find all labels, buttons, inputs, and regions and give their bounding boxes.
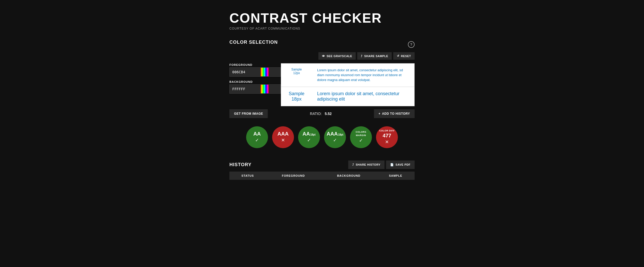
badge-color-diff-top: COLOR DIFF [379,130,395,132]
background-input[interactable] [230,85,261,93]
badge-aaa-label: AAA [278,131,289,136]
badge-color-diff-x: ✕ [385,139,389,145]
history-header: HISTORY ⤴ SHARE HISTORY 📄 SAVE PDF [229,161,415,169]
badge-colors-margin-top: COLORS [356,131,366,133]
history-table-header-row: STATUS FOREGROUND BACKGROUND SAMPLE [229,172,415,180]
ratio-value: 5.52 [325,112,332,116]
share-sample-label: SHARE SAMPLE [364,55,388,58]
badge-aaa18-check: ✓ [333,137,337,143]
sample-small-cell-label: Sample 12px [281,64,312,87]
sample-small-body-cell: Lorem ipsum dolor sit amet, consectetur … [312,64,414,87]
col-sample: SAMPLE [377,172,415,180]
grayscale-label: SEE GRAYSCALE [327,55,352,58]
eye-icon: 👁 [322,55,325,58]
color-selection-title: COLOR SELECTION [229,40,278,45]
foreground-swatch[interactable] [261,68,269,76]
foreground-input[interactable] [230,68,261,76]
badge-colors-margin-bottom: MARGIN [356,134,366,137]
badges-row: AA ✓ AAA ✕ AA 18pt ✓ AAA 18pt ✓ COLORS [229,126,415,148]
badge-aa18-check: ✓ [307,137,311,143]
save-pdf-icon: 📄 [390,163,394,166]
badge-aaa18: AAA 18pt ✓ [324,126,346,148]
color-inputs-panel: FOREGROUND BACKGROUND [229,63,281,106]
foreground-label: FOREGROUND [229,63,281,66]
col-foreground: FOREGROUND [266,172,321,180]
sample-small-size: 12px [286,71,307,75]
save-pdf-label: SAVE PDF [396,163,410,166]
history-table: STATUS FOREGROUND BACKGROUND SAMPLE [229,172,415,180]
bottom-action-row: GET FROM IMAGE RATIO: 5.52 + ADD TO HIST… [229,109,415,118]
badge-colors-margin: COLORS MARGIN ✓ [350,126,372,148]
app-title: CONTRAST CHECKER [229,10,415,26]
badge-aa-check: ✓ [255,137,259,143]
plus-icon: + [379,112,381,115]
badge-aa: AA ✓ [246,126,268,148]
share-history-button[interactable]: ⤴ SHARE HISTORY [348,161,384,169]
sample-small-label: Sample [286,68,307,71]
share-icon: ⤴ [361,55,363,58]
badge-aa18-label-row: AA 18pt [302,131,315,136]
badge-aa18: AA 18pt ✓ [298,126,320,148]
background-input-wrapper [229,84,281,94]
background-label: BACKGROUND [229,80,281,83]
background-group: BACKGROUND [229,80,281,94]
help-icon[interactable]: ? [408,41,415,48]
sample-large-size: 18px [286,96,307,102]
ratio-display: RATIO: 5.52 [310,112,332,116]
save-pdf-button[interactable]: 📄 SAVE PDF [386,161,415,169]
sample-row-large: Sample 18px Lorem ipsum dolor sit amet, … [281,87,414,106]
color-toolbar: 👁 SEE GRAYSCALE ⤴ SHARE SAMPLE ↺ RESET [229,52,415,60]
badge-aa18-sup: 18pt [310,133,316,136]
sample-large-body: Lorem ipsum dolor sit amet, consectetur … [317,91,399,102]
see-grayscale-button[interactable]: 👁 SEE GRAYSCALE [318,52,356,60]
badge-aa18-label: AA [302,131,310,136]
share-history-label: SHARE HISTORY [356,163,380,166]
col-status: STATUS [229,172,266,180]
badge-color-diff-value: 477 [383,133,391,138]
sample-small-body: Lorem ipsum dolor sit amet, consectetur … [317,68,403,82]
badge-aaa18-label: AAA [327,131,338,136]
sample-row-small: Sample 12px Lorem ipsum dolor sit amet, … [281,64,414,87]
share-sample-button[interactable]: ⤴ SHARE SAMPLE [357,52,392,60]
history-title: HISTORY [229,162,252,167]
col-background: BACKGROUND [321,172,377,180]
reset-label: RESET [401,55,411,58]
history-actions: ⤴ SHARE HISTORY 📄 SAVE PDF [348,161,415,169]
reset-button[interactable]: ↺ RESET [393,52,415,60]
sample-large-label: Sample [286,91,307,96]
foreground-group: FOREGROUND [229,63,281,77]
badge-color-diff: COLOR DIFF 477 ✕ [376,126,398,148]
add-to-history-label: ADD TO HISTORY [382,112,410,115]
share-history-icon: ⤴ [352,163,354,166]
badge-colors-margin-check: ✓ [359,138,363,143]
badge-aa-label: AA [253,131,261,136]
app-subtitle: COURTESY OF ACART COMMUNICATIONS [229,27,415,30]
color-inputs-preview: FOREGROUND BACKGROUND Sample [229,63,415,106]
foreground-input-wrapper [229,67,281,77]
badge-aaa: AAA ✕ [272,126,294,148]
sample-large-body-cell: Lorem ipsum dolor sit amet, consectetur … [312,87,414,106]
background-swatch[interactable] [261,85,269,93]
badge-aaa18-sup: 18pt [338,133,343,136]
add-to-history-button[interactable]: + ADD TO HISTORY [374,109,415,118]
sample-preview: Sample 12px Lorem ipsum dolor sit amet, … [281,63,415,106]
badge-aaa-x: ✕ [281,137,285,143]
history-section: HISTORY ⤴ SHARE HISTORY 📄 SAVE PDF STATU… [229,161,415,180]
reset-icon: ↺ [397,54,399,58]
sample-large-cell-label: Sample 18px [281,87,312,106]
badge-aaa18-label-row: AAA 18pt [327,131,343,136]
ratio-prefix: RATIO: [310,112,322,116]
get-from-image-button[interactable]: GET FROM IMAGE [229,109,268,118]
